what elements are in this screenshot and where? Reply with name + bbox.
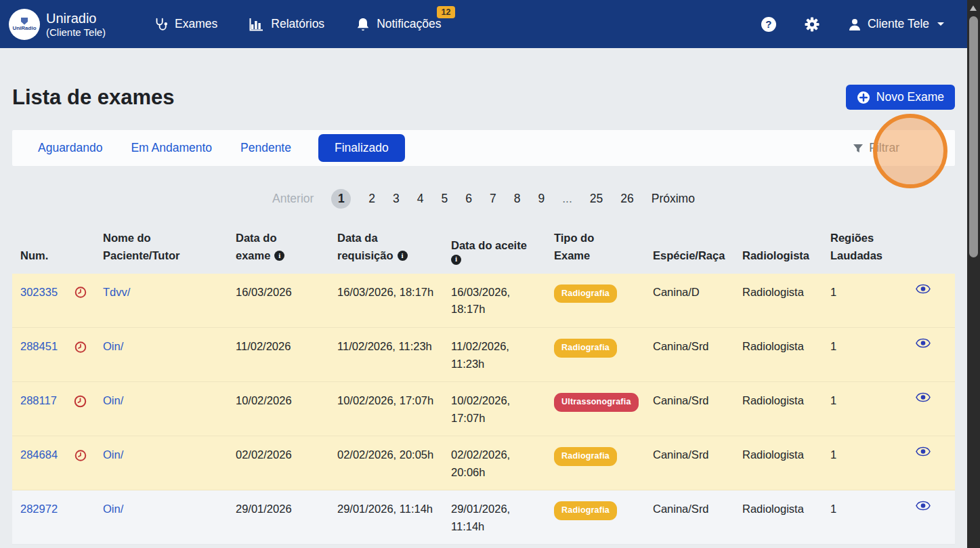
view-exam-button[interactable] (916, 284, 931, 294)
nav-item-notificacoes[interactable]: Notificações 12 (356, 17, 441, 32)
scrollbar-up-arrow-icon[interactable] (970, 5, 977, 11)
accept-date-cell: 16/03/2026, 18:17h (443, 274, 546, 328)
exam-number-link[interactable]: 288451 (20, 338, 58, 356)
radiologist-cell: Radiologista (734, 436, 822, 490)
help-icon[interactable]: ? (761, 17, 776, 32)
header-line: Espécie/Raça (653, 247, 726, 264)
header-line: Data do aceite (451, 236, 538, 254)
header-text: Laudadas (830, 247, 882, 264)
species-cell: Canina/Srd (645, 382, 734, 436)
pagination-page-7[interactable]: 7 (490, 192, 496, 206)
exam-number-link[interactable]: 288117 (20, 392, 57, 410)
vertical-scrollbar[interactable] (967, 0, 980, 548)
exam-type-cell: Radiografia (546, 328, 645, 382)
view-exam-button[interactable] (916, 338, 931, 348)
eye-icon (916, 501, 931, 511)
top-navbar: UniRadio Uniradio (Cliente Tele) Exames (0, 0, 967, 48)
filter-funnel-icon (853, 143, 864, 154)
regions-cell: 1 (822, 382, 908, 436)
info-icon[interactable]: i (274, 251, 284, 261)
patient-cell: Tdvv/ (95, 274, 228, 328)
exam-date-cell: 02/02/2026 (228, 436, 329, 490)
pagination-page-25[interactable]: 25 (590, 192, 603, 206)
species-cell: Canina/Srd (645, 490, 734, 545)
view-exam-button[interactable] (916, 446, 931, 457)
table-row: 288451 Oin/11/02/202611/02/2026, 11:23h1… (12, 328, 955, 382)
info-icon[interactable]: i (398, 251, 408, 261)
exam-number-link[interactable]: 282972 (20, 501, 58, 518)
uniradio-logo[interactable]: UniRadio (9, 9, 40, 40)
status-tabs: AguardandoEm AndamentoPendenteFinalizado (37, 134, 405, 162)
filter-label: Filtrar (869, 141, 899, 155)
pagination-page-3[interactable]: 3 (393, 192, 400, 206)
header-text: Radiologista (742, 247, 809, 264)
pagination-page-1[interactable]: 1 (331, 189, 351, 209)
pagination-ellipsis: ... (562, 192, 572, 206)
patient-name-link[interactable]: Oin/ (103, 448, 123, 461)
patient-name-link[interactable]: Oin/ (103, 394, 123, 406)
pagination-next[interactable]: Próximo (652, 192, 695, 206)
new-exam-button[interactable]: Novo Exame (846, 85, 955, 110)
actions-cell (908, 490, 955, 545)
user-icon (848, 18, 861, 31)
patient-name-link[interactable]: Tdvv/ (103, 286, 130, 298)
request-date-cell: 02/02/2026, 20:05h (329, 436, 443, 490)
pagination-page-6[interactable]: 6 (465, 192, 472, 206)
accept-date-cell: 11/02/2026, 11:23h (443, 328, 546, 382)
filter-button[interactable]: Filtrar (849, 140, 903, 156)
pagination-page-8[interactable]: 8 (514, 192, 521, 206)
tab-pendente[interactable]: Pendente (239, 135, 293, 161)
column-header: Espécie/Raça (645, 222, 734, 274)
num-cell: 288451 (12, 328, 95, 382)
table-row: 282972Oin/29/01/202629/01/2026, 11:14h29… (12, 490, 955, 545)
header-text: Num. (20, 247, 48, 264)
patient-name-link[interactable]: Oin/ (103, 503, 123, 515)
settings-button[interactable] (805, 17, 819, 32)
patient-cell: Oin/ (95, 328, 228, 382)
accept-date-cell: 10/02/2026, 17:07h (443, 382, 546, 436)
scrollbar-thumb[interactable] (969, 16, 978, 257)
actions-cell (908, 436, 955, 490)
view-exam-button[interactable] (916, 392, 931, 402)
nav-item-exames[interactable]: Exames (153, 17, 217, 32)
request-date-cell: 16/03/2026, 18:17h (329, 274, 443, 328)
pagination-page-5[interactable]: 5 (442, 192, 448, 206)
table-header-row: Num.Nome doPaciente/TutorData doexameiDa… (12, 222, 955, 274)
header-text: Exame (554, 247, 590, 264)
num-cell: 282972 (12, 490, 95, 545)
exam-type-cell: Radiografia (546, 490, 645, 545)
exam-type-badge: Radiografia (554, 447, 617, 465)
user-menu[interactable]: Cliente Tele (848, 17, 944, 31)
header-line: Num. (20, 247, 87, 264)
exam-number-link[interactable]: 284684 (20, 446, 58, 464)
column-header: Data darequisiçãoi (329, 222, 443, 274)
header-line: Laudadas (830, 247, 899, 264)
pagination-page-4[interactable]: 4 (417, 192, 424, 206)
view-exam-button[interactable] (916, 501, 931, 511)
info-icon[interactable]: i (451, 255, 461, 265)
tab-aguardando[interactable]: Aguardando (37, 135, 104, 161)
header-line: Radiologista (742, 247, 814, 264)
patient-name-link[interactable]: Oin/ (103, 340, 123, 352)
num-cell: 288117 (12, 382, 95, 436)
nav-label: Notificações (377, 17, 441, 31)
tab-finalizado[interactable]: Finalizado (318, 134, 405, 162)
column-header: Num. (12, 222, 95, 274)
user-name: Cliente Tele (868, 17, 929, 31)
pagination-page-2[interactable]: 2 (368, 192, 375, 206)
gear-icon (805, 17, 819, 32)
table-row: 302335 Tdvv/16/03/202616/03/2026, 18:17h… (12, 274, 955, 328)
nav-label: Exames (175, 17, 217, 31)
actions-cell (908, 382, 955, 436)
num-cell: 284684 (12, 436, 95, 490)
chevron-down-icon (937, 22, 944, 26)
header-line: Paciente/Tutor (103, 247, 219, 264)
overdue-clock-icon (74, 286, 87, 299)
tab-em-andamento[interactable]: Em Andamento (129, 135, 213, 161)
notification-count-badge[interactable]: 12 (437, 6, 456, 18)
pagination-page-26[interactable]: 26 (620, 192, 633, 206)
exam-number-link[interactable]: 302335 (20, 284, 58, 301)
pagination-page-9[interactable]: 9 (538, 192, 545, 206)
nav-label: Relatórios (271, 17, 324, 31)
nav-item-relatorios[interactable]: Relatórios (249, 17, 324, 31)
